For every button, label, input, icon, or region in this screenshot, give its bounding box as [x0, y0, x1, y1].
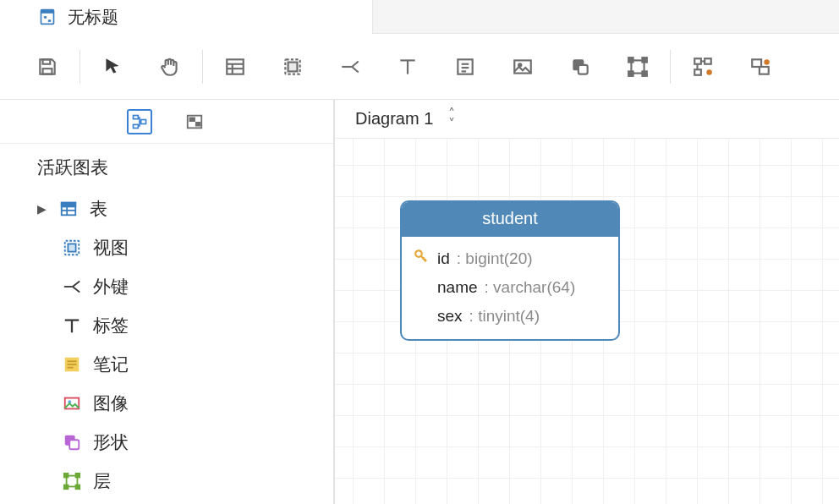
- shape-tool[interactable]: [551, 41, 609, 92]
- svg-rect-39: [141, 119, 146, 123]
- svg-point-36: [764, 59, 770, 65]
- svg-rect-6: [227, 59, 244, 74]
- chevron-updown-icon: ˄˅: [448, 109, 455, 128]
- new-table-tool[interactable]: [206, 41, 264, 92]
- svg-rect-34: [752, 59, 761, 67]
- tree-item-note[interactable]: 笔记: [37, 345, 333, 384]
- tree-item-table[interactable]: ▶ 表: [37, 189, 333, 228]
- svg-line-14: [352, 67, 359, 73]
- entity-columns: id: bigint(20) name: varchar(64) sex: ti…: [402, 237, 618, 339]
- column-row[interactable]: name: varchar(64): [414, 273, 606, 302]
- tab-bar: 无标题: [0, 0, 839, 34]
- svg-rect-59: [65, 398, 80, 409]
- export-button[interactable]: [732, 41, 789, 92]
- tree: 活跃图表 ▶ 表 视图 外键: [0, 144, 333, 501]
- svg-rect-4: [43, 59, 51, 63]
- svg-rect-24: [579, 64, 588, 74]
- toolbar-sep: [670, 50, 671, 84]
- tree-item-label: 层: [93, 469, 111, 493]
- new-view-tool[interactable]: [264, 41, 321, 92]
- tree-title: 活跃图表: [37, 156, 333, 179]
- tree-item-label: 外键: [93, 275, 129, 299]
- mode-tree-icon[interactable]: [127, 109, 152, 134]
- sidebar-mode-switch: [0, 100, 333, 144]
- svg-point-33: [706, 69, 712, 75]
- toolbar-sep: [80, 50, 80, 84]
- svg-rect-64: [64, 474, 69, 478]
- view-icon: [61, 237, 83, 259]
- layer-icon: [61, 470, 83, 492]
- tree-item-label: 图像: [93, 392, 129, 415]
- svg-rect-67: [76, 485, 80, 490]
- canvas[interactable]: student id: bigint(20) name: varchar(64): [335, 139, 839, 504]
- svg-rect-42: [196, 122, 200, 125]
- svg-rect-2: [44, 16, 47, 19]
- entity-name: student: [402, 202, 618, 237]
- svg-rect-32: [694, 69, 701, 75]
- tree-item-layer[interactable]: 层: [37, 462, 333, 501]
- svg-rect-5: [43, 68, 52, 74]
- tree-item-label: 标签: [93, 314, 129, 337]
- column-row[interactable]: sex: tinyint(4): [414, 302, 606, 331]
- tree-item-view[interactable]: 视图: [37, 228, 333, 267]
- pointer-tool[interactable]: [84, 41, 141, 92]
- model-doc-icon: [39, 8, 56, 26]
- tree-item-label: 笔记: [93, 353, 129, 376]
- svg-rect-38: [134, 124, 139, 128]
- label-icon: [61, 315, 83, 337]
- svg-rect-35: [759, 67, 769, 74]
- svg-rect-31: [705, 58, 711, 64]
- tab-bar-filler: [372, 0, 839, 34]
- column-row[interactable]: id: bigint(20): [414, 244, 606, 273]
- save-button[interactable]: [19, 41, 76, 92]
- column-name: sex: [437, 307, 463, 326]
- sidebar: 活跃图表 ▶ 表 视图 外键: [0, 100, 335, 504]
- svg-line-52: [73, 287, 80, 292]
- tree-item-label[interactable]: 标签: [37, 306, 333, 345]
- svg-rect-29: [642, 71, 646, 75]
- tab-title: 无标题: [68, 6, 118, 29]
- svg-rect-1: [41, 10, 54, 14]
- mode-minimap-icon[interactable]: [183, 110, 206, 134]
- svg-rect-49: [68, 244, 75, 251]
- svg-rect-66: [64, 485, 69, 490]
- svg-rect-62: [69, 440, 79, 449]
- tree-item-shape[interactable]: 形状: [37, 423, 333, 462]
- svg-rect-27: [642, 58, 646, 62]
- tab-untitled[interactable]: 无标题: [0, 0, 372, 34]
- svg-rect-30: [694, 58, 701, 64]
- svg-rect-26: [628, 58, 633, 62]
- tree-item-fk[interactable]: 外键: [37, 267, 333, 306]
- image-icon: [61, 392, 83, 414]
- caret-right-icon: ▶: [37, 202, 47, 216]
- fk-icon: [61, 276, 83, 298]
- column-type: bigint(20): [465, 249, 532, 267]
- entity-student[interactable]: student id: bigint(20) name: varchar(64): [400, 200, 620, 341]
- column-name: name: [437, 278, 478, 297]
- column-name: id: [437, 249, 450, 268]
- table-icon: [58, 198, 80, 220]
- note-tool[interactable]: [436, 41, 494, 92]
- text-tool[interactable]: [379, 41, 436, 92]
- svg-rect-28: [628, 71, 633, 75]
- svg-rect-37: [134, 115, 139, 118]
- image-tool[interactable]: [494, 41, 551, 92]
- auto-layout-button[interactable]: [674, 41, 732, 92]
- shape-icon: [61, 431, 83, 453]
- canvas-area: Diagram 1 ˄˅ student id: bigint(20) name…: [335, 100, 839, 504]
- hand-tool[interactable]: [141, 41, 199, 92]
- toolbar: [0, 34, 839, 100]
- column-type: varchar(64): [493, 278, 575, 296]
- tree-item-label: 形状: [93, 430, 129, 454]
- diagram-label: Diagram 1: [355, 109, 433, 129]
- tree-item-label: 表: [90, 197, 107, 221]
- note-icon: [61, 353, 83, 375]
- svg-rect-11: [288, 62, 298, 71]
- primary-key-icon: [414, 249, 430, 268]
- diagram-selector[interactable]: Diagram 1 ˄˅: [335, 100, 839, 139]
- svg-rect-3: [48, 19, 51, 22]
- layer-tool[interactable]: [609, 41, 666, 92]
- tree-item-image[interactable]: 图像: [37, 384, 333, 423]
- toolbar-sep: [202, 50, 203, 84]
- new-relation-tool[interactable]: [321, 41, 379, 92]
